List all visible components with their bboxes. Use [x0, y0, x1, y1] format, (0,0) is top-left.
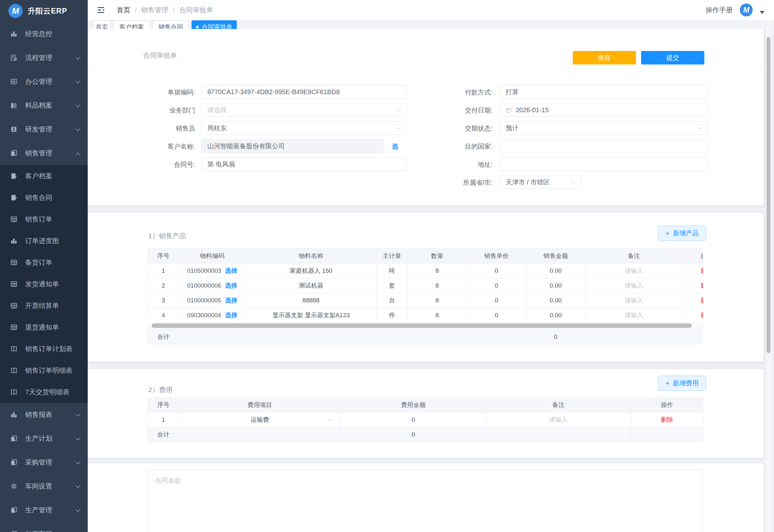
delivery-status-select[interactable]: 预计: [500, 121, 708, 135]
sidebar-item-sales-order-plan[interactable]: 销售订单计划表: [0, 338, 88, 360]
sidebar-item-stock-order[interactable]: 备货订单: [0, 251, 88, 273]
save-button[interactable]: 保存: [573, 51, 636, 64]
price-cell[interactable]: 0: [467, 293, 526, 308]
pick-material-link[interactable]: 选择: [225, 312, 237, 319]
chevron-down-icon: [397, 110, 401, 114]
remark-input[interactable]: 请输入: [585, 278, 683, 293]
delete-row-link[interactable]: 删除: [661, 416, 673, 423]
sidebar-item-sales-order[interactable]: 销售订单: [0, 208, 88, 230]
sidebar-item-purchase-mgmt[interactable]: 采购管理: [0, 450, 88, 474]
column-header: 序号: [148, 398, 179, 412]
book-icon: [10, 345, 18, 353]
remark-input[interactable]: 请输入: [585, 293, 683, 308]
salesman-select[interactable]: 周桂东: [201, 121, 407, 135]
column-header: 序号: [148, 249, 179, 263]
payment-input[interactable]: 打算: [500, 85, 708, 99]
dept-select[interactable]: 请选择: [201, 103, 407, 117]
remark-input[interactable]: 请输入: [486, 412, 631, 427]
breadcrumb-sales-mgmt[interactable]: 销售管理: [141, 5, 168, 15]
page-title: 合同审批单: [143, 51, 177, 60]
province-select[interactable]: 天津市 / 市辖区: [500, 175, 581, 189]
total-label: 合计: [148, 427, 179, 442]
pick-material-link[interactable]: 选择: [225, 282, 237, 289]
price-cell[interactable]: 0: [467, 263, 526, 278]
horizontal-scrollbar[interactable]: [148, 322, 703, 329]
tab-home[interactable]: 首页: [93, 20, 111, 29]
delivery-date-input[interactable]: 2026-01-15: [500, 103, 708, 117]
total-label: 合计: [148, 330, 179, 344]
qty-cell[interactable]: 8: [408, 278, 467, 293]
address-input[interactable]: [500, 157, 708, 171]
user-avatar[interactable]: M: [740, 4, 753, 16]
pick-material-link[interactable]: 选择: [225, 297, 237, 304]
tab-contract-approval[interactable]: 合同审批单: [192, 20, 237, 29]
column-header: 物料名称: [246, 249, 377, 263]
tab-customer-archive[interactable]: 客户档案: [113, 20, 150, 29]
add-fee-button[interactable]: + 新增费用: [658, 376, 706, 391]
sales-submenu: 客户档案 销售合同 销售订单 订单进度图 备货订单 发货通知单: [0, 165, 88, 403]
pages-icon: [10, 434, 18, 443]
sidebar-item-sales-report[interactable]: 销售报表: [0, 403, 88, 427]
sidebar-item-office-mgmt[interactable]: 办公管理: [0, 70, 88, 94]
main-area: 首页 / 销售管理 / 合同审批单 操作手册 M 首页 客户档案 销售合同 合同…: [88, 0, 774, 532]
sidebar-item-production-plan[interactable]: 生产计划: [0, 427, 88, 450]
remark-input[interactable]: 请输入: [585, 263, 683, 278]
chevron-down-icon: [75, 462, 79, 466]
sidebar-item-sales-order-detail[interactable]: 销售订单明细表: [0, 360, 88, 381]
doc-code-input[interactable]: 9770CA17-3497-4DB2-995E-B49E9CF61BD8: [201, 85, 407, 99]
chevron-down-icon: [572, 182, 576, 186]
sidebar-item-sales-mgmt[interactable]: 销售管理: [0, 141, 88, 165]
sidebar-item-materials-archive[interactable]: 料品档案: [0, 94, 88, 117]
sidebar-item-invoice-settlement[interactable]: 开票结算单: [0, 295, 88, 316]
fee-row: 1 运输费 0 请输入 删除: [148, 412, 703, 427]
fee-amount-cell[interactable]: 0: [341, 412, 486, 427]
tab-strip: 首页 客户档案 销售合同 合同审批单: [88, 20, 766, 29]
manual-link[interactable]: 操作手册: [706, 5, 733, 15]
sidebar-item-workshop-settings[interactable]: 车间设置: [0, 474, 88, 498]
price-cell[interactable]: 0: [467, 278, 526, 293]
column-header: 费用金额: [341, 398, 486, 412]
sidebar-item-return-notice[interactable]: 退货通知单: [0, 316, 88, 338]
tab-sales-contract[interactable]: 销售合同: [153, 20, 189, 29]
qty-cell[interactable]: 8: [408, 263, 467, 278]
sidebar-item-production-mgmt[interactable]: 生产管理: [0, 498, 88, 522]
fees-card: 2）费用 + 新增费用 序号费用项目费用金额备注操作 1: [88, 369, 764, 458]
delete-row-link[interactable]: 删除: [701, 282, 703, 289]
vertical-scrollbar[interactable]: [765, 20, 771, 532]
fee-item-select[interactable]: 运输费: [179, 412, 341, 427]
sidebar-item-shipping-notice[interactable]: 发货通知单: [0, 273, 88, 295]
sidebar-item-order-progress[interactable]: 订单进度图: [0, 230, 88, 251]
dest-country-input[interactable]: [500, 139, 708, 153]
action-cell: 删除: [631, 412, 703, 427]
row-index: 1: [148, 412, 179, 427]
submit-button[interactable]: 提交: [641, 51, 704, 64]
sidebar-item-processing-workshop[interactable]: 加工车间: [0, 522, 88, 532]
delete-row-link[interactable]: 删除: [701, 312, 703, 319]
sidebar-item-7day-delivery-detail[interactable]: 7天交货明细表: [0, 381, 88, 403]
vertical-scrollbar-thumb[interactable]: [767, 37, 770, 353]
sidebar-item-rnd-mgmt[interactable]: 研发管理: [0, 117, 88, 141]
add-product-button[interactable]: + 新增产品: [658, 226, 706, 241]
app-logo[interactable]: M 升阳云ERP: [0, 0, 88, 22]
user-menu-caret-icon[interactable]: [760, 11, 764, 14]
remark-input[interactable]: 请输入: [585, 308, 683, 323]
price-cell[interactable]: 0: [467, 308, 526, 323]
unit-cell: 套: [377, 278, 408, 293]
table-icon: [10, 301, 18, 310]
sidebar-item-process-mgmt[interactable]: 流程管理: [0, 46, 88, 70]
sidebar-item-business-overview[interactable]: 经营总控: [0, 22, 88, 46]
pick-material-link[interactable]: 选择: [225, 267, 237, 274]
contract-no-input[interactable]: 第 电风扇: [201, 157, 407, 171]
sidebar-item-sales-contract[interactable]: 销售合同: [0, 187, 88, 208]
plus-icon: +: [666, 230, 670, 237]
breadcrumb-home[interactable]: 首页: [117, 5, 130, 15]
contract-terms-textarea[interactable]: [148, 469, 703, 532]
qty-cell[interactable]: 8: [408, 293, 467, 308]
delete-row-link[interactable]: 删除: [701, 267, 703, 274]
horizontal-scrollbar-thumb[interactable]: [152, 323, 692, 328]
delete-row-link[interactable]: 删除: [701, 297, 703, 304]
collapse-sidebar-icon[interactable]: [97, 6, 105, 14]
products-table: 序号物料编码物料名称主计量数量销售单价销售金额备注操作 1 0105000003…: [148, 248, 703, 323]
qty-cell[interactable]: 8: [408, 308, 467, 323]
sidebar-item-customer-archive[interactable]: 客户档案: [0, 165, 88, 187]
